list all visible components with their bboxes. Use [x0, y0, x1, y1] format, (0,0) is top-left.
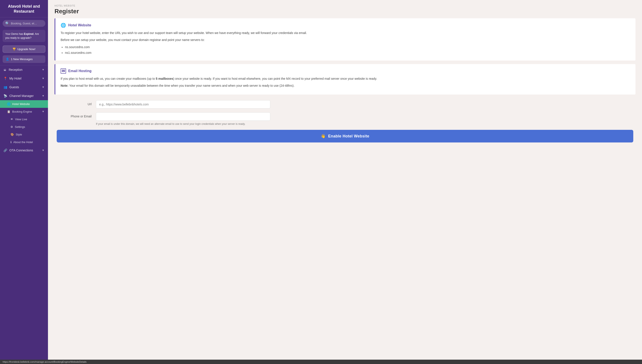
upgrade-icon: 🏆	[13, 48, 16, 51]
chevron-icon: ▼	[42, 68, 45, 71]
email-hosting-card-title: ✉ Email Hosting	[61, 68, 630, 74]
about-hotel-icon: ℹ	[11, 140, 12, 144]
hotel-website-info-card: 🌐 Hotel Website To register your hotel w…	[55, 18, 635, 60]
chevron-icon: ▼	[42, 149, 45, 152]
enable-hotel-website-button[interactable]: 👋 Enable Hotel Website	[57, 130, 633, 142]
sidebar-item-reception[interactable]: 🛎 Reception ▼	[0, 65, 48, 74]
url-input[interactable]	[96, 100, 270, 108]
guests-icon: 👥	[4, 86, 7, 89]
demo-banner: Your Demo has Expired. Are you ready to …	[3, 30, 45, 42]
envelope-icon: ✉	[61, 68, 66, 74]
sidebar-sub-about-hotel[interactable]: ℹ About the Hotel	[0, 138, 48, 146]
ota-connections-icon: 🔗	[4, 148, 7, 152]
url-label: Url	[57, 100, 92, 106]
hotel-website-card-body: To register your hotel website, enter th…	[61, 30, 630, 55]
booking-engine-icon: 📋	[7, 110, 11, 113]
page-title: Register	[55, 8, 635, 15]
sidebar-sub-hotel-website[interactable]: 🌐 Hotel Website	[0, 100, 48, 108]
email-hosting-info-card: ✉ Email Hosting If you plan to host emai…	[55, 64, 635, 95]
view-live-icon: 👁	[11, 118, 13, 121]
phone-email-field-wrap: If your email is under this domain, we w…	[96, 112, 633, 126]
url-field-wrap	[96, 100, 633, 108]
url-form-row: Url	[55, 100, 635, 108]
sidebar-item-channel-manager[interactable]: 📡 Channel Manager ▼	[0, 92, 48, 100]
sidebar-sub-view-live[interactable]: 👁 View Live	[0, 116, 48, 123]
sidebar-item-guests[interactable]: 👥 Guests ▼	[0, 83, 48, 92]
hotel-website-icon: 🌐	[7, 102, 11, 106]
chevron-icon: ▼	[42, 86, 45, 89]
content-area: 🌐 Hotel Website To register your hotel w…	[48, 18, 642, 364]
sidebar-hotel-name: Atavoli Hotel and Restaurant	[0, 0, 48, 18]
chevron-icon: ▼	[42, 110, 45, 113]
main-content: HOTEL WEBSITE Register 🌐 Hotel Website T…	[48, 0, 642, 364]
chevron-icon: ▼	[42, 94, 45, 97]
chevron-icon: ▼	[42, 77, 45, 80]
sidebar: Atavoli Hotel and Restaurant 🔍 Your Demo…	[0, 0, 48, 364]
reception-icon: 🛎	[4, 68, 7, 72]
messages-icon: 👤	[6, 58, 9, 61]
messages-button[interactable]: 👤 1 New Messages	[3, 55, 45, 63]
phone-email-input[interactable]	[96, 112, 270, 121]
sidebar-sub-settings[interactable]: ⚙ Settings	[0, 123, 48, 131]
search-input[interactable]	[11, 22, 43, 25]
sidebar-item-ota-connections[interactable]: 🔗 OTA Connections ▼	[0, 146, 48, 155]
search-bar[interactable]: 🔍	[3, 20, 45, 27]
enable-icon: 👋	[321, 134, 326, 138]
style-icon: 🎨	[11, 133, 14, 136]
settings-icon: ⚙	[11, 125, 13, 128]
globe-icon: 🌐	[61, 23, 66, 28]
hotel-website-card-title: 🌐 Hotel Website	[61, 23, 630, 28]
upgrade-button[interactable]: 🏆 Upgrade Now!	[3, 46, 45, 53]
breadcrumb: HOTEL WEBSITE	[55, 4, 635, 7]
email-hosting-card-body: If you plan to host email with us, you c…	[61, 76, 630, 88]
channel-manager-icon: 📡	[4, 94, 7, 98]
register-form: Url Phone or Email If your email is unde…	[55, 98, 635, 147]
sidebar-sub-style[interactable]: 🎨 Style	[0, 131, 48, 138]
phone-email-label: Phone or Email	[57, 112, 92, 118]
sidebar-sub-booking-engine[interactable]: 📋 Booking Engine ▼	[0, 108, 48, 116]
my-hotel-icon: 📍	[4, 77, 7, 80]
search-icon: 🔍	[5, 21, 10, 26]
phone-email-form-row: Phone or Email If your email is under th…	[55, 112, 635, 126]
sidebar-item-my-hotel[interactable]: 📍 My Hotel ▼	[0, 74, 48, 83]
page-header: HOTEL WEBSITE Register	[48, 0, 642, 18]
phone-email-hint: If your email is under this domain, we w…	[96, 122, 270, 126]
status-bar: https://frontdesk.bellebnb.com/manage-ac…	[0, 360, 642, 364]
